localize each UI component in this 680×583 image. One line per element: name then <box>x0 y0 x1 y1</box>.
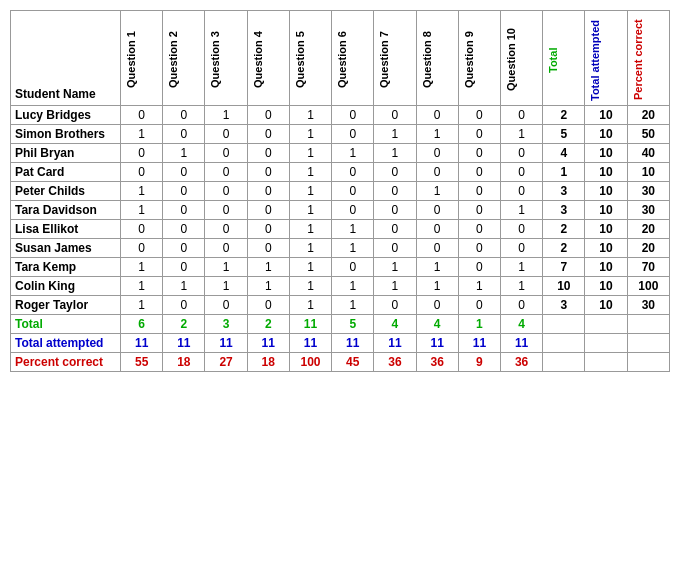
q10-cell: 1 <box>501 258 543 277</box>
q7-cell: 0 <box>374 182 416 201</box>
q5-cell: 1 <box>289 258 331 277</box>
q1-cell: 0 <box>121 239 163 258</box>
attempted-label: Total attempted <box>11 334 121 353</box>
student-name-cell: Lisa Ellikot <box>11 220 121 239</box>
q3-cell: 1 <box>205 258 247 277</box>
totals-q8: 4 <box>416 315 458 334</box>
totals-q2: 2 <box>163 315 205 334</box>
total-cell: 1 <box>543 163 585 182</box>
student-name-cell: Pat Card <box>11 163 121 182</box>
q8-cell: 0 <box>416 296 458 315</box>
q5-cell: 1 <box>289 182 331 201</box>
total-cell: 7 <box>543 258 585 277</box>
q5-cell: 1 <box>289 106 331 125</box>
total-cell: 5 <box>543 125 585 144</box>
attempted-q3: 11 <box>205 334 247 353</box>
attempted-cell: 10 <box>585 182 627 201</box>
q10-cell: 0 <box>501 296 543 315</box>
table-row: Roger Taylor100011000031030 <box>11 296 670 315</box>
q6-cell: 0 <box>332 258 374 277</box>
q3-cell: 0 <box>205 125 247 144</box>
q9-cell: 0 <box>458 258 500 277</box>
q9-cell: 0 <box>458 182 500 201</box>
q7-cell: 0 <box>374 163 416 182</box>
percent-q5: 100 <box>289 353 331 372</box>
percent-q1: 55 <box>121 353 163 372</box>
table-row: Susan James000011000021020 <box>11 239 670 258</box>
q1-cell: 0 <box>121 106 163 125</box>
attempted-cell: 10 <box>585 239 627 258</box>
q10-cell: 1 <box>501 277 543 296</box>
percent-empty <box>627 353 669 372</box>
totals-empty <box>627 315 669 334</box>
attempted-cell: 10 <box>585 296 627 315</box>
q3-cell: 0 <box>205 144 247 163</box>
q1-cell: 0 <box>121 220 163 239</box>
q2-cell: 1 <box>163 277 205 296</box>
q1-cell: 1 <box>121 258 163 277</box>
percent-q6: 45 <box>332 353 374 372</box>
percent-cell: 100 <box>627 277 669 296</box>
q10-cell: 0 <box>501 144 543 163</box>
q10-cell: 0 <box>501 182 543 201</box>
q10-cell: 0 <box>501 163 543 182</box>
col-header-q7: Question 7 <box>374 11 416 106</box>
q4-cell: 1 <box>247 277 289 296</box>
student-name-cell: Simon Brothers <box>11 125 121 144</box>
q3-cell: 0 <box>205 239 247 258</box>
student-name-cell: Colin King <box>11 277 121 296</box>
q7-cell: 0 <box>374 106 416 125</box>
q10-cell: 1 <box>501 125 543 144</box>
q1-cell: 1 <box>121 277 163 296</box>
q7-cell: 1 <box>374 144 416 163</box>
total-cell: 3 <box>543 201 585 220</box>
q9-cell: 0 <box>458 106 500 125</box>
attempted-q5: 11 <box>289 334 331 353</box>
q4-cell: 0 <box>247 182 289 201</box>
totals-q4: 2 <box>247 315 289 334</box>
q1-cell: 1 <box>121 125 163 144</box>
col-header-total-attempted: Total attempted <box>585 11 627 106</box>
q2-cell: 0 <box>163 258 205 277</box>
table-row: Simon Brothers100010110151050 <box>11 125 670 144</box>
attempted-empty <box>627 334 669 353</box>
q8-cell: 1 <box>416 258 458 277</box>
total-cell: 3 <box>543 182 585 201</box>
percent-q8: 36 <box>416 353 458 372</box>
col-header-q6: Question 6 <box>332 11 374 106</box>
q8-cell: 1 <box>416 182 458 201</box>
percent-cell: 30 <box>627 201 669 220</box>
student-name-cell: Tara Kemp <box>11 258 121 277</box>
q6-cell: 1 <box>332 277 374 296</box>
percent-cell: 50 <box>627 125 669 144</box>
q1-cell: 1 <box>121 182 163 201</box>
percent-empty <box>543 353 585 372</box>
grade-table-container: Student Name Question 1 Question 2 Quest… <box>10 10 670 372</box>
student-name-cell: Peter Childs <box>11 182 121 201</box>
q3-cell: 1 <box>205 106 247 125</box>
table-row: Peter Childs100010010031030 <box>11 182 670 201</box>
q8-cell: 1 <box>416 277 458 296</box>
totals-q1: 6 <box>121 315 163 334</box>
attempted-row: Total attempted11111111111111111111 <box>11 334 670 353</box>
q8-cell: 0 <box>416 239 458 258</box>
totals-q10: 4 <box>501 315 543 334</box>
col-header-q8: Question 8 <box>416 11 458 106</box>
q10-cell: 1 <box>501 201 543 220</box>
q6-cell: 0 <box>332 125 374 144</box>
attempted-cell: 10 <box>585 125 627 144</box>
attempted-q8: 11 <box>416 334 458 353</box>
q8-cell: 0 <box>416 144 458 163</box>
totals-empty <box>543 315 585 334</box>
q1-cell: 1 <box>121 296 163 315</box>
q6-cell: 1 <box>332 239 374 258</box>
q6-cell: 0 <box>332 182 374 201</box>
totals-q5: 11 <box>289 315 331 334</box>
q6-cell: 1 <box>332 220 374 239</box>
percent-q2: 18 <box>163 353 205 372</box>
q2-cell: 0 <box>163 106 205 125</box>
q8-cell: 0 <box>416 220 458 239</box>
q6-cell: 0 <box>332 201 374 220</box>
total-cell: 2 <box>543 106 585 125</box>
percent-q9: 9 <box>458 353 500 372</box>
